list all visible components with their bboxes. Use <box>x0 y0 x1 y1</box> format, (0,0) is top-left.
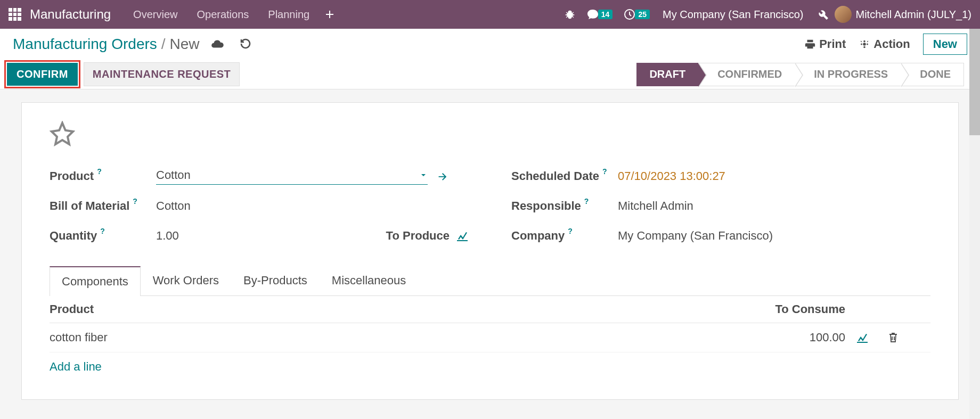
scheduled-date-field[interactable]: 07/10/2023 13:00:27 <box>618 169 930 183</box>
action-button[interactable]: Action <box>859 37 910 51</box>
help-icon[interactable]: ? <box>584 197 589 206</box>
priority-star-icon[interactable] <box>50 121 930 146</box>
trash-icon[interactable] <box>888 332 930 343</box>
print-button[interactable]: Print <box>804 37 846 51</box>
maintenance-request-button[interactable]: MAINTENANCE REQUEST <box>84 62 240 86</box>
nav-planning[interactable]: Planning <box>258 9 319 21</box>
external-link-icon[interactable] <box>436 170 448 182</box>
label-responsible: Responsible? <box>511 199 618 213</box>
nav-operations[interactable]: Operations <box>187 9 258 21</box>
status-step-in-progress[interactable]: IN PROGRESS <box>795 63 901 86</box>
chevron-down-icon[interactable] <box>419 171 428 179</box>
col-header-to-consume: To Consume <box>739 302 845 316</box>
help-icon[interactable]: ? <box>97 167 102 176</box>
apps-menu-icon[interactable] <box>9 8 21 21</box>
company-field[interactable]: My Company (San Francisco) <box>618 229 930 243</box>
forecast-chart-icon[interactable] <box>456 231 469 241</box>
tab-work-orders[interactable]: Work Orders <box>141 266 231 295</box>
plus-icon[interactable] <box>324 9 335 20</box>
status-step-done[interactable]: DONE <box>901 63 964 86</box>
help-icon[interactable]: ? <box>100 227 105 235</box>
activities-badge: 25 <box>635 10 650 19</box>
label-bom: Bill of Material? <box>50 199 156 213</box>
breadcrumb-bar: Manufacturing Orders / New Print Action … <box>0 29 980 60</box>
responsible-field[interactable]: Mitchell Admin <box>618 199 930 213</box>
company-switcher[interactable]: My Company (San Francisco) <box>663 9 804 21</box>
help-icon[interactable]: ? <box>568 227 573 235</box>
status-bar: CONFIRM MAINTENANCE REQUEST DRAFT CONFIR… <box>0 60 980 89</box>
user-avatar[interactable] <box>835 6 852 23</box>
new-button[interactable]: New <box>923 34 967 55</box>
tab-by-products[interactable]: By-Products <box>231 266 320 295</box>
forecast-chart-icon[interactable] <box>856 332 888 343</box>
label-company: Company? <box>511 229 618 243</box>
discard-icon[interactable] <box>239 37 252 51</box>
row-product[interactable]: cotton fiber <box>50 331 739 344</box>
label-quantity: Quantity? <box>50 229 156 243</box>
table-row[interactable]: cotton fiber 100.00 <box>50 323 930 352</box>
tabs: Components Work Orders By-Products Misce… <box>50 266 930 296</box>
messages-badge: 14 <box>598 10 613 19</box>
confirm-button[interactable]: CONFIRM <box>7 63 78 86</box>
components-table: Product To Consume cotton fiber 100.00 <box>50 296 930 381</box>
nav-overview[interactable]: Overview <box>124 9 187 21</box>
messages-icon[interactable]: 14 <box>586 8 613 21</box>
app-title[interactable]: Manufacturing <box>30 7 111 22</box>
top-navbar: Manufacturing Overview Operations Planni… <box>0 0 980 29</box>
help-icon[interactable]: ? <box>602 167 607 176</box>
quantity-field[interactable]: 1.00 <box>156 229 179 243</box>
product-field[interactable]: Cotton <box>156 168 428 185</box>
breadcrumb-root[interactable]: Manufacturing Orders <box>13 36 157 53</box>
user-menu[interactable]: Mitchell Admin (JULY_1) <box>856 9 971 21</box>
tab-components[interactable]: Components <box>50 266 141 296</box>
help-icon[interactable]: ? <box>133 197 137 206</box>
bug-icon[interactable] <box>564 9 576 20</box>
label-scheduled: Scheduled Date? <box>511 169 618 183</box>
row-to-consume[interactable]: 100.00 <box>739 331 845 344</box>
activities-icon[interactable]: 25 <box>623 8 650 21</box>
tab-miscellaneous[interactable]: Miscellaneous <box>320 266 418 295</box>
status-step-draft[interactable]: DRAFT <box>636 63 698 86</box>
status-steps: DRAFT CONFIRMED IN PROGRESS DONE <box>636 60 964 89</box>
to-produce-label: To Produce <box>386 229 450 243</box>
cloud-save-icon[interactable] <box>210 37 224 51</box>
scrollbar[interactable] <box>969 29 980 419</box>
form-card: Product? Cotton Bill of Material? <box>21 102 959 400</box>
add-line-link[interactable]: Add a line <box>50 352 930 381</box>
label-product: Product? <box>50 169 156 183</box>
breadcrumb-separator: / <box>161 36 166 53</box>
col-header-product: Product <box>50 302 739 316</box>
tools-icon[interactable] <box>816 8 829 21</box>
breadcrumb-current: New <box>170 36 200 53</box>
bom-field[interactable]: Cotton <box>156 199 469 213</box>
confirm-highlight: CONFIRM <box>4 60 80 88</box>
status-step-confirmed[interactable]: CONFIRMED <box>698 63 795 86</box>
